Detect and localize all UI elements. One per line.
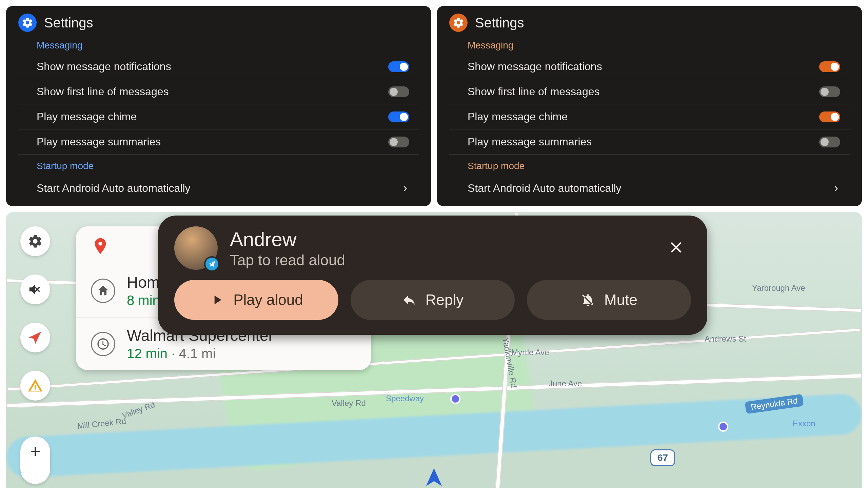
toggle-on[interactable] <box>819 61 840 72</box>
mute-audio-button[interactable] <box>20 274 50 304</box>
google-maps-icon <box>91 237 110 256</box>
toggle-on[interactable] <box>819 111 840 122</box>
mute-button[interactable]: Mute <box>527 280 691 320</box>
notification-subtitle: Tap to read aloud <box>230 252 345 269</box>
gear-icon <box>449 14 468 32</box>
map-side-buttons <box>20 226 50 401</box>
setting-play-chime[interactable]: Play message chime <box>18 104 419 129</box>
poi-speedway: Speedway <box>386 394 424 403</box>
message-notification: Andrew Tap to read aloud Play aloud Repl… <box>158 216 707 335</box>
svg-point-0 <box>98 242 102 246</box>
reply-icon <box>402 292 417 307</box>
toggle-off[interactable] <box>819 137 840 147</box>
notification-actions: Play aloud Reply Mute <box>174 280 691 320</box>
toggle-off[interactable] <box>819 86 840 97</box>
settings-header: Settings <box>18 14 419 32</box>
chevron-right-icon: › <box>834 181 838 195</box>
close-button[interactable] <box>661 236 691 260</box>
telegram-icon <box>204 256 220 272</box>
setting-start-auto[interactable]: Start Android Auto automatically › <box>18 175 419 201</box>
setting-label: Play message summaries <box>37 136 161 148</box>
settings-title: Settings <box>475 15 524 30</box>
setting-show-notifications[interactable]: Show message notifications <box>449 54 850 79</box>
zoom-in-icon[interactable]: + <box>30 441 41 462</box>
section-startup: Startup mode <box>468 161 850 171</box>
notification-header: Andrew Tap to read aloud <box>174 226 691 270</box>
setting-label: Show message notifications <box>468 60 602 73</box>
button-label: Reply <box>426 291 464 308</box>
road-label: June Ave <box>549 379 582 388</box>
map-pin-icon <box>450 394 460 404</box>
section-startup: Startup mode <box>37 161 419 171</box>
toggle-on[interactable] <box>388 111 409 122</box>
road-label: Myrtle Ave <box>511 348 549 357</box>
destination-time: 12 min <box>127 346 167 361</box>
setting-label: Start Android Auto automatically <box>37 182 191 195</box>
road-label: Yarbrough Ave <box>752 283 805 293</box>
reply-button[interactable]: Reply <box>351 280 515 320</box>
section-messaging: Messaging <box>468 40 850 51</box>
gear-icon <box>18 14 37 32</box>
toggle-off[interactable] <box>388 86 409 97</box>
setting-play-summaries[interactable]: Play message summaries <box>18 129 419 155</box>
recent-icon <box>91 332 115 356</box>
route-shield: 67 <box>650 449 675 466</box>
setting-label: Show first line of messages <box>468 85 600 98</box>
mute-bell-icon <box>580 292 595 307</box>
setting-label: Play message chime <box>37 110 137 123</box>
setting-show-first-line[interactable]: Show first line of messages <box>18 79 419 104</box>
setting-start-auto[interactable]: Start Android Auto automatically › <box>449 175 850 201</box>
recenter-button[interactable] <box>20 323 50 352</box>
current-location-arrow-icon <box>422 466 446 488</box>
settings-panel-orange: Settings Messaging Show message notifica… <box>437 6 862 206</box>
button-label: Play aloud <box>233 291 303 308</box>
chevron-right-icon: › <box>403 181 407 195</box>
road-label: Valley Rd <box>332 399 366 408</box>
road-label: Mill Creek Rd <box>77 416 126 431</box>
road-label: Andrews St <box>705 334 746 344</box>
settings-panel-blue: Settings Messaging Show message notifica… <box>6 6 431 206</box>
section-messaging: Messaging <box>37 40 419 51</box>
destination-time: 8 min <box>127 293 160 308</box>
report-hazard-button[interactable] <box>20 371 50 401</box>
toggle-off[interactable] <box>388 137 409 147</box>
setting-label: Show first line of messages <box>37 85 169 98</box>
sender-name: Andrew <box>230 228 345 250</box>
setting-label: Start Android Auto automatically <box>468 182 622 195</box>
avatar <box>174 226 218 270</box>
toggle-on[interactable] <box>388 61 409 72</box>
play-aloud-button[interactable]: Play aloud <box>174 280 338 320</box>
setting-label: Play message summaries <box>468 136 592 148</box>
map-panel[interactable]: Valley Rd Valley Rd Myrtle Ave June Ave … <box>6 212 862 488</box>
home-icon <box>91 279 115 303</box>
settings-title: Settings <box>44 15 93 30</box>
destination-distance: · 4.1 mi <box>167 346 216 361</box>
poi-exxon: Exxon <box>793 419 815 428</box>
close-icon <box>668 239 684 256</box>
play-icon <box>210 292 224 307</box>
setting-show-first-line[interactable]: Show first line of messages <box>449 79 850 104</box>
setting-label: Show message notifications <box>37 60 171 73</box>
zoom-control[interactable]: + <box>20 436 50 484</box>
setting-show-notifications[interactable]: Show message notifications <box>18 54 419 79</box>
setting-play-summaries[interactable]: Play message summaries <box>449 129 850 155</box>
setting-play-chime[interactable]: Play message chime <box>449 104 850 129</box>
settings-header: Settings <box>449 14 850 32</box>
map-pin-icon <box>718 422 728 432</box>
setting-label: Play message chime <box>468 110 568 123</box>
map-settings-button[interactable] <box>20 226 50 256</box>
button-label: Mute <box>604 291 637 308</box>
